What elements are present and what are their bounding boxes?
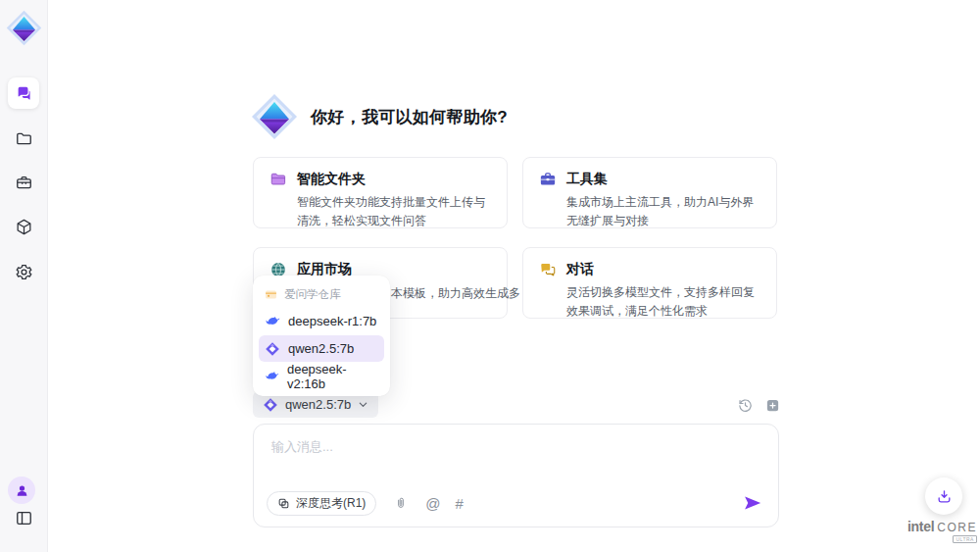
history-icon: [737, 397, 754, 414]
folder-icon: [270, 171, 287, 188]
new-chat-icon: [765, 398, 780, 413]
app-window: 你好，我可以如何帮助你? 智能文件夹 智能文件夹功能支持批量文件上传与清洗，轻松…: [0, 0, 980, 552]
card-title: 智能文件夹: [297, 171, 366, 188]
message-input[interactable]: [254, 425, 778, 477]
model-option-label: deepseek-r1:7b: [288, 314, 376, 328]
user-avatar[interactable]: [8, 477, 35, 504]
model-option-deepseek-v2[interactable]: deepseek-v2:16b: [259, 363, 384, 389]
sidebar-item-settings[interactable]: [8, 256, 39, 287]
card-description: 灵活切换多模型文件，支持多样回复效果调试，满足个性化需求: [566, 283, 762, 320]
repo-icon: [265, 288, 277, 301]
chevron-down-icon: [358, 399, 368, 410]
sidebar-collapse-button[interactable]: [8, 502, 39, 533]
greeting-text: 你好，我可以如何帮助你?: [311, 106, 508, 128]
download-button[interactable]: [925, 477, 962, 515]
model-group-label: 爱问学仓库: [284, 287, 341, 302]
qwen-icon: [265, 341, 280, 357]
chat-actions: [735, 395, 782, 415]
deepseek-whale-icon: [265, 314, 280, 329]
download-icon: [936, 488, 953, 505]
model-option-label: deepseek-v2:16b: [287, 362, 378, 391]
chat-bubbles-icon: [539, 261, 557, 278]
model-dropdown: 爱问学仓库 deepseek-r1:7b qwen2.5:7b deepseek…: [253, 276, 390, 396]
cube-icon: [15, 218, 33, 236]
greeting: 你好，我可以如何帮助你?: [251, 93, 508, 140]
card-toolset[interactable]: 工具集 集成市场上主流工具，助力AI与外界无缝扩展与对接: [522, 157, 777, 228]
history-button[interactable]: [735, 395, 755, 415]
gear-icon: [15, 263, 33, 281]
sidebar-item-chat[interactable]: [8, 77, 39, 109]
new-chat-button[interactable]: [762, 395, 782, 415]
user-icon: [15, 483, 29, 498]
qwen-icon: [263, 397, 278, 413]
intel-brand-text: intel: [907, 519, 934, 534]
deep-think-icon: [277, 497, 290, 510]
message-composer: 深度思考(R1) @ #: [253, 424, 779, 527]
intel-ultra-badge: ultra: [953, 535, 977, 543]
deep-think-label: 深度思考(R1): [296, 495, 366, 512]
send-button[interactable]: [743, 493, 762, 513]
briefcase-icon: [539, 171, 557, 188]
composer-toolbar: 深度思考(R1) @ #: [267, 490, 762, 516]
card-dialogue[interactable]: 对话 灵活切换多模型文件，支持多样回复效果调试，满足个性化需求: [522, 247, 777, 319]
model-option-qwen[interactable]: qwen2.5:7b: [259, 335, 384, 362]
mention-button[interactable]: @: [425, 496, 440, 511]
chat-icon: [15, 84, 33, 103]
card-description: 集成市场上主流工具，助力AI与外界无缝扩展与对接: [566, 193, 762, 229]
folder-icon: [15, 129, 33, 148]
deepseek-whale-icon: [265, 369, 279, 384]
app-logo-icon[interactable]: [6, 10, 42, 46]
card-description-visible-fragment: 本模板，助力高效生成多: [391, 285, 520, 302]
card-title: 对话: [566, 261, 594, 278]
model-group-header: 爱问学仓库: [259, 281, 384, 307]
briefcase-icon: [15, 174, 33, 192]
attach-file-button[interactable]: [391, 493, 411, 513]
card-smart-folder[interactable]: 智能文件夹 智能文件夹功能支持批量文件上传与清洗，轻松实现文件问答: [253, 157, 508, 228]
panel-toggle-icon: [15, 509, 33, 527]
card-title: 工具集: [566, 171, 608, 188]
sidebar-item-folders[interactable]: [8, 123, 39, 154]
card-description: 智能文件夹功能支持批量文件上传与清洗，轻松实现文件问答: [297, 193, 493, 229]
send-icon: [743, 493, 762, 513]
sidebar-item-toolbox[interactable]: [8, 167, 39, 198]
app-logo-large-icon: [251, 93, 298, 140]
sidebar-item-models[interactable]: [8, 211, 39, 242]
selected-model-label: qwen2.5:7b: [285, 397, 351, 412]
model-option-label: qwen2.5:7b: [288, 341, 354, 356]
hashtag-button[interactable]: #: [456, 496, 464, 511]
intel-core-text: core: [937, 521, 977, 534]
intel-core-logo: intel core ultra: [907, 519, 977, 543]
model-option-deepseek-r1[interactable]: deepseek-r1:7b: [259, 308, 384, 334]
paperclip-icon: [394, 496, 408, 510]
deep-think-toggle[interactable]: 深度思考(R1): [267, 491, 376, 516]
sidebar: [0, 0, 48, 552]
